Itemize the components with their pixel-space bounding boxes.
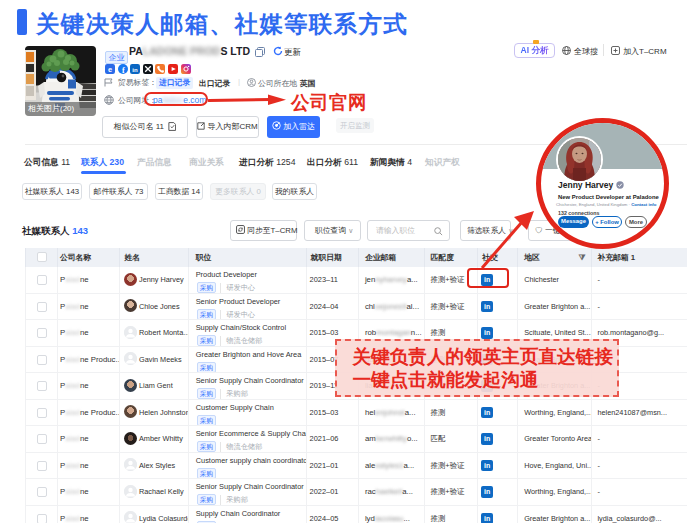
svg-text:e: e [108, 65, 112, 74]
svg-text:in: in [133, 67, 139, 73]
svg-text:f: f [122, 66, 125, 74]
